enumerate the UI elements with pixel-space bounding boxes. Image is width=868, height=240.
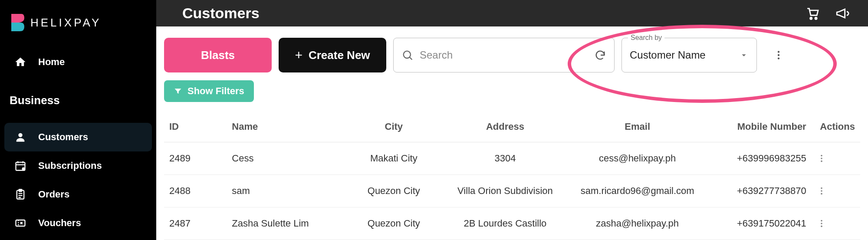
svg-point-11 — [778, 57, 779, 59]
nav-home[interactable]: Home — [4, 48, 152, 76]
chevron-down-icon — [739, 50, 749, 60]
content-area: Blasts + Create New Search by — [156, 26, 868, 240]
cell-name: Zasha Sulette Lim — [227, 207, 345, 240]
more-options-button[interactable] — [770, 46, 787, 64]
col-id[interactable]: ID — [164, 112, 227, 142]
sidebar-item-label: Customers — [38, 132, 88, 143]
svg-point-13 — [821, 158, 822, 159]
cell-id: 2488 — [164, 175, 227, 207]
svg-point-14 — [821, 161, 822, 162]
button-label: Create New — [309, 49, 370, 62]
brand-mark-icon — [10, 13, 24, 32]
svg-point-7 — [815, 17, 817, 19]
sidebar-section-label: Business — [0, 79, 156, 115]
home-icon — [14, 56, 27, 69]
select-value: Customer Name — [630, 49, 739, 61]
cell-id: 2487 — [164, 207, 227, 240]
sidebar-item-vouchers[interactable]: Vouchers — [4, 209, 152, 237]
svg-point-9 — [778, 51, 779, 53]
megaphone-icon[interactable] — [834, 5, 851, 22]
searchby-select[interactable]: Search by Customer Name — [621, 38, 757, 72]
svg-point-18 — [821, 220, 822, 222]
svg-point-6 — [810, 17, 812, 19]
brand-logo[interactable]: HELIXPAY — [0, 0, 156, 45]
clipboard-icon — [14, 188, 27, 201]
cell-name: sam — [227, 175, 345, 207]
nav-label: Home — [38, 56, 65, 68]
col-address[interactable]: Address — [443, 112, 568, 142]
sidebar-item-label: Vouchers — [38, 217, 81, 229]
col-city[interactable]: City — [345, 112, 443, 142]
topbar: Customers — [156, 0, 868, 26]
row-actions-button[interactable] — [817, 186, 855, 196]
cell-mobile: +639175022041 — [707, 207, 812, 240]
search-input[interactable] — [414, 49, 594, 61]
search-icon — [401, 49, 414, 61]
cart-icon[interactable] — [805, 5, 821, 22]
svg-point-12 — [821, 155, 822, 157]
person-icon — [14, 131, 27, 144]
cell-name: Cess — [227, 142, 345, 175]
svg-point-20 — [821, 226, 822, 227]
button-label: Blasts — [201, 49, 235, 62]
cell-mobile: +639277738870 — [707, 175, 812, 207]
cell-city: Quezon City — [345, 175, 443, 207]
svg-point-16 — [821, 190, 822, 192]
show-filters-button[interactable]: Show Filters — [164, 80, 254, 102]
table-header-row: ID Name City Address Email Mobile Number… — [164, 112, 860, 142]
ticket-icon — [14, 217, 27, 230]
table-row[interactable]: 2489CessMakati City3304cess@helixpay.ph+… — [164, 142, 860, 175]
svg-point-2 — [22, 168, 25, 171]
cell-address: 3304 — [443, 142, 568, 175]
cell-email: zasha@helixpay.ph — [568, 207, 707, 240]
svg-point-19 — [821, 223, 822, 224]
sidebar-item-subscriptions[interactable]: Subscriptions — [4, 151, 152, 180]
cell-mobile: +639996983255 — [707, 142, 812, 175]
cell-city: Makati City — [345, 142, 443, 175]
blasts-button[interactable]: Blasts — [164, 38, 272, 72]
brand-name: HELIXPAY — [30, 16, 101, 30]
cell-email: sam.ricardo96@gmail.com — [568, 175, 707, 207]
svg-point-0 — [18, 133, 22, 137]
action-row: Blasts + Create New Search by — [164, 38, 860, 72]
sidebar-item-label: Orders — [38, 189, 69, 200]
refresh-icon[interactable] — [594, 49, 606, 61]
col-email[interactable]: Email — [568, 112, 707, 142]
col-name[interactable]: Name — [227, 112, 345, 142]
cell-email: cess@helixpay.ph — [568, 142, 707, 175]
sidebar-item-label: Subscriptions — [38, 160, 102, 171]
cell-address: 2B Lourdes Castillo — [443, 207, 568, 240]
search-field-wrap — [393, 38, 615, 72]
sidebar-item-customers[interactable]: Customers — [4, 123, 152, 151]
page-title: Customers — [182, 5, 260, 22]
svg-point-15 — [821, 187, 822, 189]
filter-icon — [174, 87, 182, 95]
cell-address: Villa Orion Subdivision — [443, 175, 568, 207]
cell-id: 2489 — [164, 142, 227, 175]
cell-city: Quezon City — [345, 207, 443, 240]
create-new-button[interactable]: + Create New — [279, 38, 386, 72]
row-actions-button[interactable] — [817, 219, 855, 228]
table-row[interactable]: 2487Zasha Sulette LimQuezon City2B Lourd… — [164, 207, 860, 240]
svg-point-8 — [404, 51, 411, 58]
plus-icon: + — [295, 49, 302, 62]
svg-point-10 — [778, 54, 779, 56]
button-label: Show Filters — [187, 85, 244, 97]
customers-table: ID Name City Address Email Mobile Number… — [164, 112, 860, 240]
svg-rect-4 — [19, 189, 22, 191]
svg-point-17 — [821, 193, 822, 195]
col-actions[interactable]: Actions — [812, 112, 860, 142]
sidebar-item-orders[interactable]: Orders — [4, 180, 152, 209]
svg-rect-5 — [16, 220, 25, 226]
row-actions-button[interactable] — [817, 154, 855, 163]
calendar-icon — [14, 159, 27, 172]
col-mobile[interactable]: Mobile Number — [707, 112, 812, 142]
table-row[interactable]: 2488samQuezon CityVilla Orion Subdivisio… — [164, 175, 860, 207]
sidebar: HELIXPAY Home Business Customers — [0, 0, 156, 240]
select-label: Search by — [628, 34, 664, 42]
